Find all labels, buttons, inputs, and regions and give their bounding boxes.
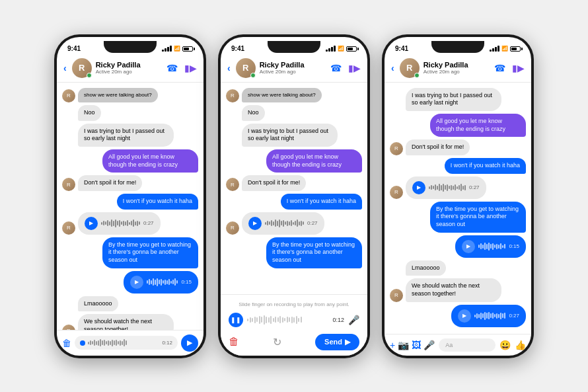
- trash-button-2[interactable]: 🗑: [229, 336, 239, 348]
- waveform: [101, 218, 140, 229]
- msg-avatar: R: [226, 221, 239, 235]
- bar1: [162, 50, 164, 52]
- chat-header-2: ‹ R Ricky Padilla Active 20m ago ☎ ▮▶: [221, 56, 367, 83]
- msg-avatar: R: [62, 221, 75, 235]
- battery-2: [346, 46, 357, 52]
- phone-3: 9:41 📶 ‹ R Ricky Padilla Active 20m ago: [382, 34, 534, 358]
- duration: 0:27: [509, 313, 519, 319]
- header-info-3: Ricky Padilla Active 20m ago: [423, 61, 490, 75]
- list-item: ▶ 0:27: [390, 305, 526, 327]
- list-item: R show we were talking about?: [226, 88, 362, 102]
- mic-icon-3[interactable]: 🎤: [423, 340, 435, 350]
- input-area-3: + 📷 🖼 🎤 Aa 😀 👍: [385, 334, 531, 356]
- video-icon-3[interactable]: ▮▶: [512, 63, 525, 73]
- bubble: By the time you get to watching it there…: [266, 237, 362, 268]
- camera-icon-3[interactable]: 📷: [398, 340, 409, 350]
- call-icon-1[interactable]: ☎: [166, 63, 178, 73]
- back-button-3[interactable]: ‹: [391, 63, 394, 73]
- mic-icon-2[interactable]: 🎤: [348, 315, 359, 325]
- rec-dot: [80, 340, 85, 346]
- video-icon-2[interactable]: ▮▶: [348, 63, 361, 73]
- play-button[interactable]: ▶: [85, 217, 98, 230]
- call-icon-3[interactable]: ☎: [494, 63, 505, 73]
- list-item: ▶ 0:15: [390, 235, 526, 258]
- play-button[interactable]: ▶: [130, 276, 143, 289]
- plus-icon-3[interactable]: +: [390, 340, 395, 350]
- bubble: All good you let me know though the endi…: [102, 149, 198, 173]
- messages-1: R show we were talking about? Noo I was …: [57, 83, 203, 330]
- like-icon-3[interactable]: 👍: [515, 340, 526, 350]
- list-item: R ▶ 0:27: [390, 176, 526, 199]
- bubble: I was trying to but I passed out so earl…: [78, 124, 174, 147]
- trash-icon-1[interactable]: 🗑: [62, 338, 71, 348]
- msg-received-top: R show we were talking about?: [62, 88, 198, 102]
- video-icon-1[interactable]: ▮▶: [184, 63, 197, 73]
- battery-3: [510, 46, 521, 52]
- waveform: [147, 277, 178, 288]
- duration: 0:27: [143, 220, 154, 226]
- bubble: We should watch the next season together…: [78, 314, 174, 329]
- bar4: [170, 46, 172, 52]
- voice-msg[interactable]: ▶ 0:27: [78, 212, 161, 235]
- bubble: I was trying to but I passed out so earl…: [406, 88, 501, 111]
- image-icon-3[interactable]: 🖼: [412, 340, 421, 350]
- reset-button-2[interactable]: ↻: [273, 336, 281, 348]
- duration: 0:15: [181, 279, 192, 285]
- back-button-2[interactable]: ‹: [227, 63, 231, 73]
- list-item: All good you let me know though the endi…: [226, 149, 362, 173]
- chat-header-3: ‹ R Ricky Padilla Active 20m ago ☎ ▮▶: [385, 56, 531, 83]
- notch-1: [104, 41, 157, 53]
- recording-waveform: [247, 313, 328, 327]
- send-button-2[interactable]: Send ▶: [315, 334, 359, 350]
- play-button[interactable]: ▶: [458, 309, 471, 323]
- msg-avatar: R: [62, 89, 75, 102]
- play-button[interactable]: ▶: [248, 217, 262, 230]
- bubble: show we were talking about?: [78, 88, 158, 102]
- signal-1: [162, 46, 172, 52]
- voice-msg[interactable]: ▶ 0:27: [451, 305, 526, 327]
- voice-msg[interactable]: ▶ 0:27: [242, 212, 324, 235]
- msg-avatar: R: [226, 178, 239, 191]
- rec-waveform: [88, 339, 159, 346]
- msg-avatar: R: [226, 89, 239, 102]
- bubble: Don't spoil it for me!: [78, 175, 142, 191]
- contact-name-3: Ricky Padilla: [423, 61, 490, 69]
- recording-time-2: 0:12: [332, 317, 344, 323]
- msg-avatar: R: [62, 325, 75, 330]
- play-button[interactable]: ▶: [412, 181, 425, 194]
- phones-container: 9:41 📶 ‹ R Ricky Padilla Ac: [41, 21, 547, 372]
- pause-button[interactable]: ❚❚: [229, 313, 243, 327]
- voice-msg[interactable]: ▶ 0:15: [455, 235, 526, 258]
- header-info-2: Ricky Padilla Active 20m ago: [260, 61, 326, 75]
- list-item: R Don't spoil it for me!: [62, 175, 198, 191]
- phone-1: 9:41 📶 ‹ R Ricky Padilla Ac: [54, 34, 206, 358]
- list-item: I won't if you watch it haha: [226, 194, 362, 210]
- duration: 0:27: [469, 184, 480, 190]
- send-button-1[interactable]: ▶: [181, 334, 198, 352]
- bubble: Noo: [242, 105, 265, 121]
- voice-msg[interactable]: ▶ 0:15: [124, 271, 198, 294]
- voice-msg[interactable]: ▶ 0:27: [406, 176, 486, 199]
- header-actions-3: ☎ ▮▶: [494, 63, 525, 73]
- list-item: By the time you get to watching it there…: [390, 202, 526, 233]
- play-button[interactable]: ▶: [462, 240, 475, 253]
- waveform: [429, 182, 466, 193]
- bubble: I was trying to but I passed out so earl…: [242, 124, 338, 147]
- status-icons-2: 📶: [326, 46, 357, 52]
- contact-name-2: Ricky Padilla: [260, 61, 326, 69]
- send-arrow: ▶: [345, 338, 350, 346]
- avatar-3: R: [400, 58, 420, 78]
- contact-status-1: Active 20m ago: [96, 69, 163, 75]
- list-item: R ▶ 0:27: [226, 212, 362, 235]
- emoji-icon-3[interactable]: 😀: [499, 340, 511, 350]
- msg-avatar: R: [390, 142, 403, 155]
- list-item: R Don't spoil it for me!: [390, 139, 526, 155]
- bubble: All good you let me know though the endi…: [430, 114, 526, 137]
- time-2: 9:41: [231, 45, 244, 52]
- list-item: I was trying to but I passed out so earl…: [390, 88, 526, 111]
- call-icon-2[interactable]: ☎: [330, 63, 342, 73]
- back-button-1[interactable]: ‹: [63, 63, 67, 73]
- recording-bar-1: 0:12: [75, 336, 178, 350]
- bubble: Noo: [78, 105, 101, 121]
- text-input-3[interactable]: Aa: [439, 338, 496, 352]
